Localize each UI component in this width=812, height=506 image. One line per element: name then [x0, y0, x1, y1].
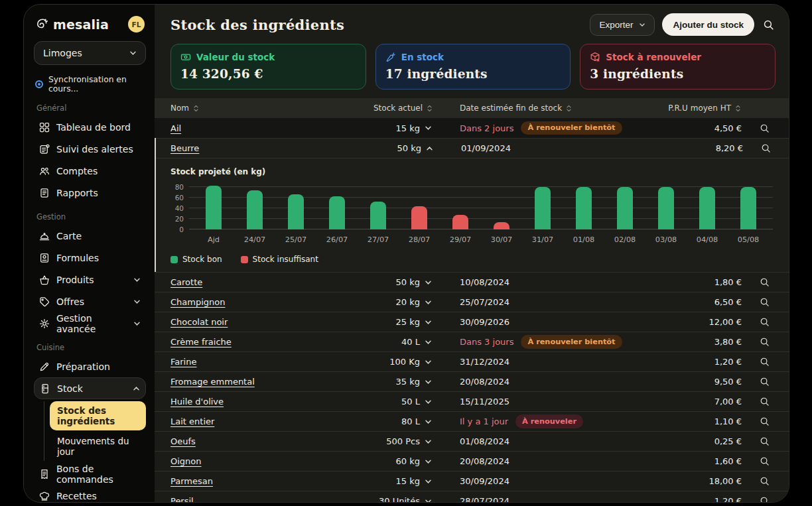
ingredient-link[interactable]: Farine	[170, 357, 196, 367]
ingredient-link[interactable]: Persil	[170, 496, 194, 503]
ingredient-link[interactable]: Chocolat noir	[170, 317, 228, 327]
row-search-icon[interactable]	[760, 357, 770, 367]
add-stock-button[interactable]: Ajouter du stock	[662, 13, 754, 36]
row-search-icon[interactable]	[761, 143, 771, 153]
submenu-item-stock-des-ingr-dients[interactable]: Stock des ingrédients	[50, 401, 146, 430]
row-search-icon[interactable]	[760, 297, 770, 307]
chart-bar	[288, 194, 304, 229]
box-x-icon	[590, 52, 600, 62]
export-button[interactable]: Exporter	[590, 14, 655, 36]
column-header-nom[interactable]: Nom	[155, 103, 347, 113]
sidebar-item-tableau-de-bord[interactable]: Tableau de bord	[34, 116, 146, 138]
row-search-icon[interactable]	[760, 317, 770, 327]
y-axis: 020406080	[170, 186, 189, 229]
sidebar-item-pr-paration[interactable]: Préparation	[34, 355, 146, 377]
brand-row: mesalia FL	[34, 13, 146, 40]
row-expand-chevron-icon[interactable]	[420, 499, 436, 503]
sidebar-item-rapports[interactable]: Rapports	[34, 182, 146, 204]
ingredient-name: Fromage emmental	[155, 377, 347, 387]
y-tick-label: 20	[175, 215, 184, 223]
ingredient-name: Farine	[155, 357, 347, 367]
sidebar-item-comptes[interactable]: Comptes	[34, 160, 146, 182]
sidebar-item-label: Produits	[56, 275, 94, 285]
row-expand-chevron-icon[interactable]	[420, 359, 436, 365]
row-expand-chevron-icon[interactable]	[420, 419, 436, 424]
sidebar-item-stock[interactable]: Stock	[34, 377, 146, 399]
legend-item: Stock insuffisant	[241, 255, 318, 264]
sync-status: Synchronisation en cours...	[34, 74, 146, 95]
renew-badge: À renouveler bientôt	[521, 335, 622, 348]
sidebar-item-formules[interactable]: Formules	[34, 247, 146, 269]
date-text: 25/07/2024	[460, 297, 509, 307]
ingredient-link[interactable]: Parmesan	[170, 476, 213, 486]
row-expand-chevron-icon[interactable]	[420, 340, 436, 345]
row-search-icon[interactable]	[760, 456, 770, 466]
sort-icon[interactable]	[192, 105, 200, 112]
sync-dot-icon	[35, 80, 43, 88]
row-search-icon[interactable]	[760, 277, 770, 287]
row-expand-chevron-icon[interactable]	[420, 439, 436, 444]
ingredient-link[interactable]: Carotte	[170, 277, 202, 287]
chart-title: Stock projeté (en kg)	[170, 167, 773, 176]
row-search-icon[interactable]	[760, 337, 770, 347]
row-search-icon[interactable]	[760, 496, 770, 503]
row-expand-chevron-icon[interactable]	[420, 300, 436, 305]
stat-card-en-stock: En stock17 ingrédients	[375, 44, 571, 90]
row-expand-chevron-icon[interactable]	[420, 379, 436, 385]
row-expand-chevron-icon[interactable]	[420, 320, 436, 325]
date-text: 31/12/2024	[460, 357, 509, 367]
chart-bar	[247, 190, 263, 229]
chevron-down-icon	[639, 23, 645, 27]
unit-price: 1,20 €	[714, 496, 743, 503]
location-selector[interactable]: Limoges	[34, 41, 146, 65]
sidebar-item-label: Gestion avancée	[56, 313, 127, 334]
sidebar-item-label: Préparation	[56, 361, 110, 372]
sidebar-item-offres[interactable]: Offres	[34, 290, 146, 312]
search-icon[interactable]	[762, 19, 776, 31]
ingredient-name: Lait entier	[155, 416, 347, 426]
table-row-oeufs: Oeufs500 Pcs01/08/20240,25 €	[155, 431, 789, 451]
ingredient-link[interactable]: Crème fraiche	[170, 337, 232, 347]
sidebar-item-carte[interactable]: Carte	[34, 225, 146, 247]
row-search-icon[interactable]	[760, 476, 770, 486]
column-header-pru[interactable]: P.R.U moyen HT	[662, 103, 743, 113]
renew-badge: À renouveler bientôt	[521, 121, 622, 135]
row-expand-chevron-icon[interactable]	[420, 459, 436, 464]
x-tick-label: 28/07	[399, 235, 440, 244]
end-of-stock-date: 20/08/2024	[460, 377, 662, 387]
sort-icon[interactable]	[734, 105, 742, 112]
sidebar-item-gestion-avanc-e[interactable]: Gestion avancée	[34, 312, 146, 334]
ingredient-link[interactable]: Champignon	[170, 297, 226, 307]
row-expand-chevron-icon[interactable]	[421, 146, 437, 151]
ingredient-link[interactable]: Huile d'olive	[170, 397, 224, 407]
sidebar-item-recettes[interactable]: Recettes	[34, 485, 146, 503]
sort-icon[interactable]	[565, 105, 573, 112]
row-search-icon[interactable]	[760, 123, 770, 133]
ingredient-link[interactable]: Oeufs	[170, 436, 196, 446]
ingredient-link[interactable]: Oignon	[170, 456, 202, 466]
column-header-stock-actuel[interactable]: Stock actuel	[347, 103, 436, 113]
avatar[interactable]: FL	[128, 16, 145, 32]
date-text: 10/08/2024	[460, 277, 509, 287]
ingredient-link[interactable]: Fromage emmental	[170, 377, 255, 387]
sidebar-item-produits[interactable]: Produits	[34, 269, 146, 290]
ingredient-link[interactable]: Beurre	[170, 143, 199, 153]
column-header-date-fin-stock[interactable]: Date estimée fin de stock	[460, 103, 662, 113]
ingredient-link[interactable]: Ail	[170, 123, 181, 133]
row-search-icon[interactable]	[760, 436, 770, 446]
row-search-icon[interactable]	[760, 397, 770, 407]
submenu-item-mouvements-du-jour[interactable]: Mouvements du jour	[50, 432, 146, 461]
row-search-icon[interactable]	[760, 377, 770, 387]
sort-icon[interactable]	[426, 105, 433, 112]
y-tick-label: 40	[175, 204, 184, 212]
sidebar-item-suivi-des-alertes[interactable]: Suivi des alertes	[34, 138, 146, 160]
row-expand-chevron-icon[interactable]	[420, 399, 436, 405]
row-search-icon[interactable]	[760, 416, 770, 426]
row-expand-chevron-icon[interactable]	[420, 125, 436, 131]
unit-price: 1,10 €	[714, 416, 743, 426]
sidebar-item-bons-de-commandes[interactable]: Bons de commandes	[34, 463, 146, 485]
row-expand-chevron-icon[interactable]	[420, 479, 436, 484]
ingredient-link[interactable]: Lait entier	[170, 416, 214, 426]
table-row-beurre: Beurre50 kg01/09/20248,20 €	[156, 138, 789, 158]
row-expand-chevron-icon[interactable]	[420, 280, 436, 285]
